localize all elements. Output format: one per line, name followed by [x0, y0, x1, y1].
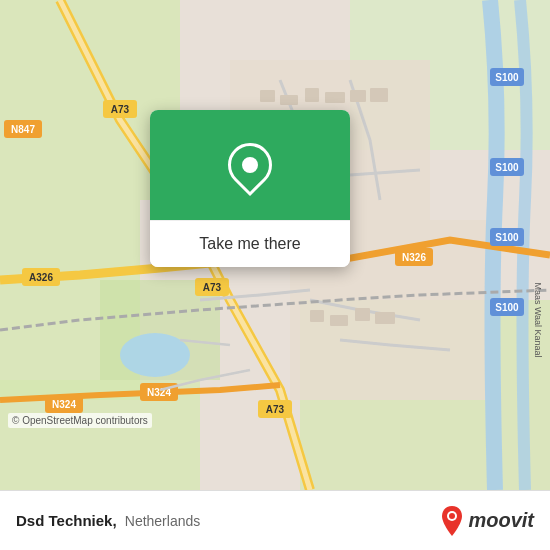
- svg-text:A73: A73: [203, 282, 222, 293]
- svg-rect-44: [330, 315, 348, 326]
- svg-text:S100: S100: [495, 162, 519, 173]
- location-title: Dsd Techniek, Netherlands: [16, 512, 200, 529]
- svg-rect-37: [260, 90, 275, 102]
- moovit-logo: moovit: [440, 506, 534, 536]
- svg-text:S100: S100: [495, 72, 519, 83]
- svg-rect-40: [325, 92, 345, 103]
- popup-header: [150, 110, 350, 220]
- svg-text:A73: A73: [266, 404, 285, 415]
- map-copyright: © OpenStreetMap contributors: [8, 413, 152, 428]
- svg-rect-38: [280, 95, 298, 105]
- location-country: Netherlands: [125, 513, 201, 529]
- svg-rect-43: [310, 310, 324, 322]
- svg-point-48: [449, 513, 455, 519]
- moovit-wordmark: moovit: [468, 509, 534, 532]
- svg-text:N326: N326: [402, 252, 426, 263]
- location-name: Dsd Techniek,: [16, 512, 117, 529]
- svg-point-9: [120, 333, 190, 377]
- footer-bar: Dsd Techniek, Netherlands moovit: [0, 490, 550, 550]
- moovit-pin-icon: [440, 506, 464, 536]
- map-container: A73 A73 A73 N326 N326 N324 N324 A326 N84…: [0, 0, 550, 490]
- svg-text:N847: N847: [11, 124, 35, 135]
- svg-text:A73: A73: [111, 104, 130, 115]
- svg-text:N324: N324: [52, 399, 76, 410]
- svg-rect-42: [370, 88, 388, 102]
- svg-rect-39: [305, 88, 319, 102]
- svg-text:A326: A326: [29, 272, 53, 283]
- location-pin-icon: [219, 134, 281, 196]
- svg-text:S100: S100: [495, 232, 519, 243]
- location-popup: Take me there: [150, 110, 350, 267]
- svg-text:Maas Waal Kanaal: Maas Waal Kanaal: [533, 282, 543, 357]
- svg-rect-46: [375, 312, 395, 324]
- svg-rect-45: [355, 308, 370, 321]
- take-me-there-button[interactable]: Take me there: [150, 220, 350, 267]
- location-info: Dsd Techniek, Netherlands: [16, 512, 200, 529]
- svg-text:S100: S100: [495, 302, 519, 313]
- svg-rect-41: [350, 90, 366, 102]
